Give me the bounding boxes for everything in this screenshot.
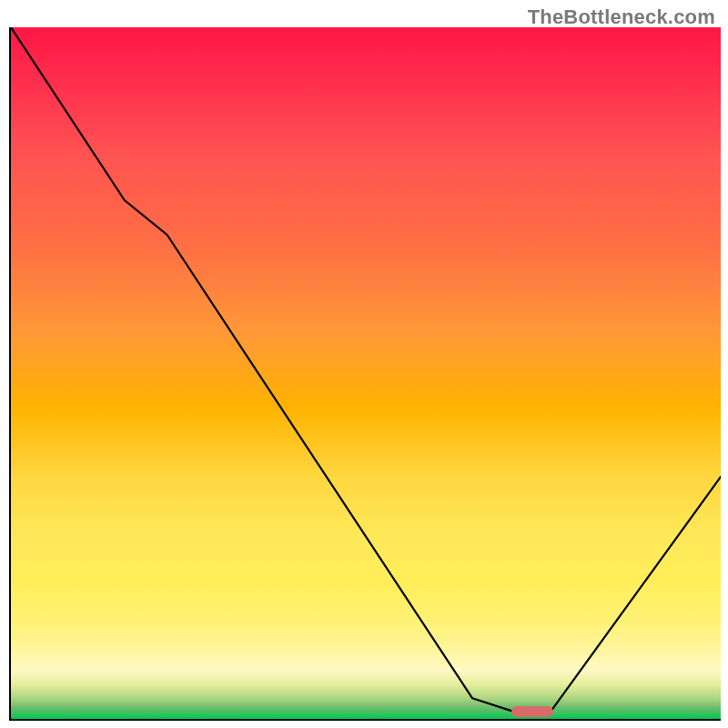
optimal-marker	[511, 706, 553, 717]
bottleneck-curve	[11, 27, 721, 719]
plot-area	[9, 27, 721, 721]
watermark-text: TheBottleneck.com	[528, 5, 715, 29]
curve-path	[11, 27, 721, 712]
chart-frame: TheBottleneck.com	[0, 0, 728, 728]
